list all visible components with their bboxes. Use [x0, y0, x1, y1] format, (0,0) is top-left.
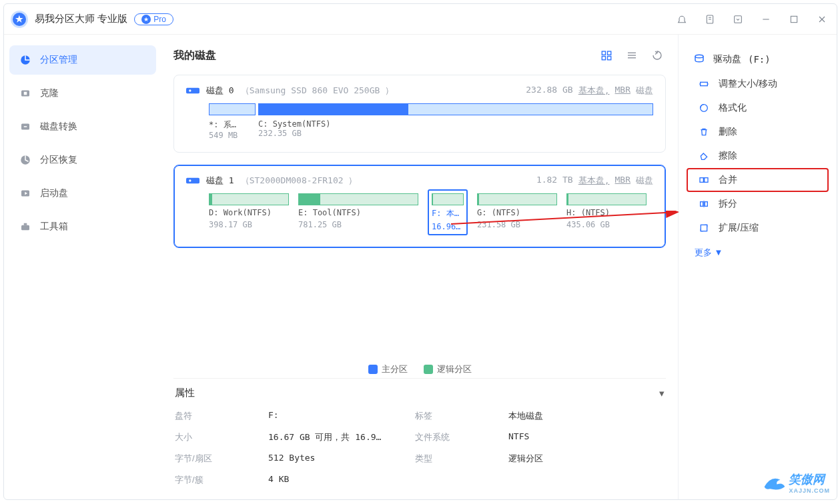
- disk-panel-1[interactable]: 磁盘 1 （ST2000DM008-2FR102 ） 1.82 TB 基本盘, …: [173, 165, 666, 248]
- wipe-icon: [697, 149, 711, 163]
- bell-icon[interactable]: [674, 11, 690, 27]
- properties-title: 属性: [175, 387, 195, 399]
- prop-value: 16.67 GB 可用，共 16.9…: [268, 431, 415, 443]
- disk-convert-icon: [19, 120, 32, 133]
- actions-panel: 驱动盘 (F:) 调整大小/移动 格式化 删除 擦除 合并: [678, 35, 837, 499]
- disk-type-link[interactable]: 基本盘,: [578, 85, 610, 97]
- partition-size: 231.58 GB: [477, 220, 557, 229]
- action-label: 删除: [719, 126, 737, 138]
- action-wipe[interactable]: 擦除: [687, 144, 829, 168]
- sidebar-item-partition-manage[interactable]: 分区管理: [9, 45, 156, 75]
- partition-bar[interactable]: [209, 103, 256, 115]
- prop-value: 逻辑分区: [508, 453, 642, 465]
- action-delete[interactable]: 删除: [687, 120, 829, 144]
- partition-recover-icon: [19, 153, 32, 167]
- action-label: 擦除: [719, 150, 737, 162]
- maximize-button[interactable]: [786, 11, 802, 27]
- partition-size: 16.96…: [432, 222, 464, 231]
- minimize-button[interactable]: [758, 11, 774, 27]
- prop-key: 盘符: [175, 410, 268, 422]
- partition-item-d[interactable]: D: Work(NTFS) 398.17 GB: [209, 193, 289, 235]
- refresh-icon[interactable]: [649, 47, 666, 64]
- watermark: 笑傲网 XAJJN.COM: [763, 471, 830, 494]
- partition-item-g[interactable]: G: (NTFS) 231.58 GB: [477, 193, 557, 235]
- disk-model: （ST2000DM008-2FR102 ）: [241, 175, 358, 187]
- svg-rect-3: [791, 16, 797, 22]
- boot-disk-icon: [19, 187, 32, 200]
- action-resize-move[interactable]: 调整大小/移动: [687, 72, 829, 96]
- sidebar-item-toolbox[interactable]: 工具箱: [9, 212, 156, 241]
- actions-title-prefix: 驱动盘: [713, 53, 741, 65]
- svg-point-26: [695, 55, 703, 58]
- action-label: 格式化: [719, 102, 747, 114]
- split-icon: [697, 197, 711, 211]
- properties-header[interactable]: 属性 ▾: [173, 378, 666, 407]
- task-panel-icon[interactable]: [730, 11, 746, 27]
- prop-value: [508, 474, 642, 486]
- svg-rect-34: [701, 225, 707, 231]
- sidebar-item-recover[interactable]: 分区恢复: [9, 145, 156, 175]
- partition-size: 398.17 GB: [209, 220, 289, 229]
- disk-type-link[interactable]: 基本盘,: [578, 175, 610, 187]
- drive-icon: [186, 86, 199, 95]
- partition-bar[interactable]: [258, 103, 653, 115]
- svg-rect-31: [701, 202, 703, 207]
- svg-rect-18: [608, 57, 611, 60]
- svg-rect-27: [701, 82, 708, 85]
- disk-partstyle-link[interactable]: MBR: [615, 85, 631, 97]
- view-list-icon[interactable]: [623, 47, 641, 64]
- svg-rect-13: [21, 225, 29, 231]
- resize-icon: [697, 77, 711, 91]
- disk-partstyle-link[interactable]: MBR: [615, 175, 631, 187]
- star-icon: ★: [141, 15, 151, 24]
- partition-size: 781.25 GB: [298, 220, 418, 229]
- svg-rect-29: [700, 178, 703, 183]
- legend-primary-label: 主分区: [382, 363, 408, 375]
- drive-icon: [692, 52, 707, 67]
- view-card-icon[interactable]: [598, 47, 615, 64]
- partition-label: D: Work(NTFS): [209, 208, 289, 217]
- svg-rect-1: [735, 15, 742, 23]
- action-label: 扩展/压缩: [719, 222, 759, 234]
- legend-primary-swatch: [368, 365, 378, 374]
- svg-rect-14: [24, 223, 27, 225]
- svg-point-23: [189, 89, 191, 91]
- sidebar-item-bootdisk[interactable]: 启动盘: [9, 179, 156, 208]
- sidebar-item-clone[interactable]: 克隆: [9, 79, 156, 108]
- notes-icon[interactable]: [702, 11, 718, 27]
- action-merge[interactable]: 合并: [687, 168, 829, 192]
- action-label: 拆分: [719, 198, 737, 210]
- prop-key: 标签: [415, 410, 508, 422]
- action-extend-shrink[interactable]: 扩展/压缩: [687, 216, 829, 240]
- partition-item-h[interactable]: H: (NTFS) 435.06 GB: [566, 193, 647, 235]
- chevron-down-icon: ▾: [659, 387, 665, 399]
- pro-label: Pro: [153, 15, 166, 24]
- legend: 主分区 逻辑分区: [173, 354, 666, 378]
- drive-icon: [186, 176, 199, 185]
- merge-icon: [697, 173, 711, 187]
- sidebar-item-label: 克隆: [40, 87, 59, 99]
- sidebar-item-convert[interactable]: 磁盘转换: [9, 112, 156, 141]
- disk-panel-0[interactable]: 磁盘 0 （Samsung SSD 860 EVO 250GB ） 232.88…: [173, 75, 666, 153]
- partition-item-e[interactable]: E: Tool(NTFS) 781.25 GB: [298, 193, 418, 235]
- titlebar: ★ 易我分区大师 专业版 ★ Pro: [4, 4, 837, 35]
- actions-more[interactable]: 更多 ▼: [681, 240, 834, 265]
- sidebar: 分区管理 克隆 磁盘转换 分区恢复 启动盘 工具箱: [4, 35, 161, 499]
- disk-name: 磁盘 0: [206, 85, 234, 97]
- prop-value: NTFS: [508, 431, 642, 443]
- svg-rect-22: [186, 88, 199, 93]
- partition-label: *: 系…: [209, 119, 256, 131]
- partition-size: 549 MB: [209, 131, 256, 140]
- app-title: 易我分区大师 专业版: [35, 13, 127, 25]
- close-button[interactable]: [814, 11, 830, 27]
- action-format[interactable]: 格式化: [687, 96, 829, 120]
- action-label: 合并: [719, 174, 737, 186]
- legend-logical-swatch: [424, 365, 433, 374]
- action-split[interactable]: 拆分: [687, 192, 829, 216]
- watermark-sub: XAJJN.COM: [789, 487, 830, 494]
- partition-item-f-selected[interactable]: F: 本… 16.96…: [428, 189, 468, 235]
- svg-rect-8: [24, 92, 27, 95]
- svg-rect-32: [705, 202, 707, 207]
- disk-name: 磁盘 1: [206, 175, 234, 187]
- disk-size: 1.82 TB: [536, 175, 573, 187]
